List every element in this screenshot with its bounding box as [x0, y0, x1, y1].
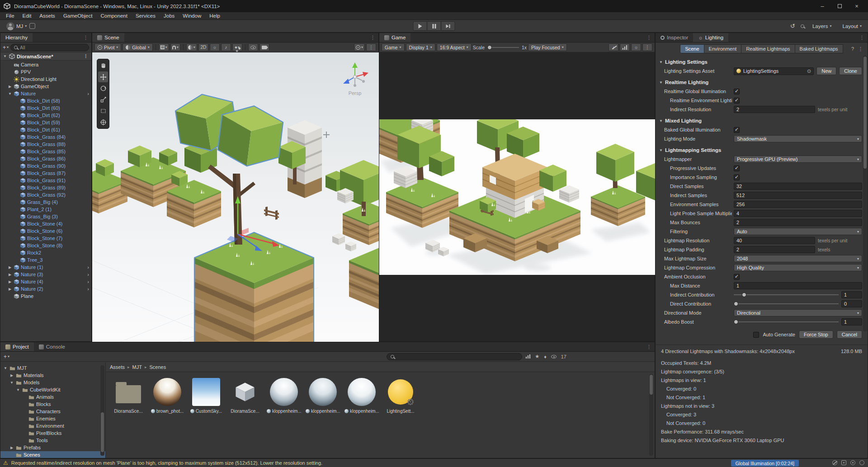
folder-row-blocks[interactable]: Blocks — [0, 401, 105, 408]
dropdown-directional-mode[interactable]: Directional▾ — [734, 309, 862, 316]
panel-menu-icon[interactable]: ⋮ — [643, 33, 655, 42]
field-light-probe-sample-multiplier[interactable]: 4 — [734, 210, 862, 217]
checkbox-importance-sampling[interactable] — [734, 175, 740, 180]
folder-row-mjt[interactable]: ▼MJT — [0, 364, 105, 372]
checkbox-realtime-global-illumination[interactable] — [734, 89, 740, 94]
foldout-closed-icon[interactable]: ▶ — [8, 280, 12, 284]
field-indirect-resolution[interactable]: 2 — [734, 106, 815, 113]
aspect-dropdown[interactable]: 16:9 Aspect▾ — [437, 43, 472, 51]
play-focused-dropdown[interactable]: Play Focused▾ — [528, 43, 567, 51]
asset-tile-lightingsett[interactable]: LightingSett... — [383, 377, 418, 414]
hierarchy-row-nature-4[interactable]: ▶Nature (4)› — [0, 278, 91, 285]
2d-toggle[interactable]: 2D — [198, 43, 208, 51]
subtab-realtime-lightmaps[interactable]: Realtime Lightmaps — [741, 44, 795, 53]
favorites-icon[interactable]: ★ — [535, 354, 539, 359]
hierarchy-row-block-stone-4[interactable]: Block_Stone (4) — [0, 220, 91, 227]
view-hand-tool-button[interactable] — [98, 60, 108, 71]
foldout-closed-icon[interactable]: ▶ — [9, 446, 14, 450]
prefab-open-arrow[interactable]: › — [87, 272, 90, 277]
hierarchy-row-directional-light[interactable]: Directional Light — [0, 75, 91, 83]
asset-tile-kloppenheim[interactable]: kloppenheim... — [306, 377, 340, 414]
gizmos-dropdown[interactable]: ▾ — [354, 43, 365, 51]
scene-options-icon[interactable]: ⋮ — [80, 53, 89, 59]
tree-scrollbar[interactable] — [100, 365, 104, 456]
menu-help[interactable]: Help — [205, 13, 224, 19]
slider-thumb[interactable] — [734, 302, 738, 306]
hidden-count-eye-icon[interactable] — [551, 355, 557, 359]
project-search-input[interactable] — [387, 353, 522, 360]
hierarchy-row-block-dirt-60[interactable]: Block_Dirt (60) — [0, 104, 91, 112]
stats-toggle[interactable] — [620, 43, 630, 51]
dropdown-filtering[interactable]: Auto▾ — [734, 228, 862, 235]
menu-services[interactable]: Services — [132, 13, 160, 19]
section-header-lighting-settings[interactable]: ▼Lighting Settings — [656, 57, 868, 66]
breadcrumb-mjt[interactable]: MJT — [132, 364, 142, 370]
field-lightmap-resolution[interactable]: 40 — [734, 237, 815, 244]
hierarchy-row-camera[interactable]: Camera — [0, 61, 91, 68]
asset-tile-kloppenheim[interactable]: kloppenheim... — [267, 377, 301, 414]
hierarchy-search-input[interactable]: All — [10, 44, 89, 51]
folder-row-enemies[interactable]: Enemies — [0, 415, 105, 422]
breadcrumb-scenes[interactable]: Scenes — [149, 364, 166, 370]
hierarchy-row-nature[interactable]: ▼Nature› — [0, 90, 91, 97]
foldout-open-icon[interactable]: ▼ — [3, 54, 7, 58]
hierarchy-row-block-grass-88[interactable]: Block_Grass (88) — [0, 141, 91, 148]
scene-viewport[interactable]: Persp — [92, 52, 379, 342]
scene-audio-toggle[interactable]: ♪ — [221, 43, 231, 51]
hierarchy-row-nature-1[interactable]: ▶Nature (1)› — [0, 264, 91, 271]
asset-tile-brown-phot[interactable]: brown_phot... — [150, 377, 184, 414]
new-button[interactable]: New — [816, 67, 836, 75]
search-icon[interactable] — [801, 24, 804, 28]
game-mode-dropdown[interactable]: Game▾ — [382, 43, 405, 51]
status-warning-text[interactable]: Requested realtime/indirect resolution o… — [11, 460, 322, 466]
menu-window[interactable]: Window — [179, 13, 205, 19]
grid-visibility-dropdown[interactable]: ▾ — [159, 43, 169, 51]
hierarchy-row-block-dirt-58[interactable]: Block_Dirt (58) — [0, 97, 91, 104]
panel-menu-icon[interactable]: ⋮ — [80, 33, 91, 42]
hierarchy-row-block-grass-90[interactable]: Block_Grass (90) — [0, 162, 91, 170]
folder-row-prefabs[interactable]: ▶Prefabs — [0, 444, 105, 451]
menu-gameobject[interactable]: GameObject — [59, 13, 97, 19]
cancel-button[interactable]: Cancel — [837, 330, 862, 339]
prefab-open-arrow[interactable]: › — [87, 279, 90, 284]
global-illumination-progress[interactable]: Global Illumination [0:02:24] — [731, 460, 799, 467]
game-overflow-menu[interactable]: ⋮ — [642, 43, 652, 51]
collab-status-icon[interactable] — [841, 460, 846, 465]
prefab-open-arrow[interactable]: › — [87, 264, 90, 270]
layers-dropdown[interactable]: Layers ▾ — [810, 22, 835, 31]
field-max-distance[interactable]: 1 — [734, 282, 862, 289]
force-stop-button[interactable]: Force Stop — [799, 330, 833, 339]
hierarchy-row-block-dirt-59[interactable]: Block_Dirt (59) — [0, 119, 91, 126]
panel-menu-icon[interactable]: ⋮ — [856, 33, 868, 42]
panel-menu-icon[interactable]: ⋮ — [367, 33, 378, 42]
auto-generate-checkbox[interactable] — [753, 332, 759, 338]
hierarchy-row-nature-3[interactable]: ▶Nature (3)› — [0, 271, 91, 278]
hierarchy-row-tree-3[interactable]: Tree_3 — [0, 256, 91, 264]
tool-handle-rotation-dropdown[interactable]: Global▾ — [123, 43, 152, 51]
scene-header-row[interactable]: ▼ DioramaScene* ⋮ — [0, 52, 91, 61]
hierarchy-row-block-grass-85[interactable]: Block_Grass (85) — [0, 148, 91, 155]
subtab-scene[interactable]: Scene — [680, 44, 704, 53]
effects-dropdown[interactable]: ▾ — [232, 43, 242, 51]
hierarchy-row-nature-2[interactable]: ▶Nature (2)› — [0, 285, 91, 292]
scene-overflow-menu[interactable]: ⋮ — [366, 43, 376, 51]
hierarchy-row-gameobject[interactable]: ▶GameObject — [0, 83, 91, 90]
field-lightmap-padding[interactable]: 2 — [734, 246, 815, 253]
assets-scrollbar[interactable] — [649, 374, 653, 456]
asset-tile-kloppenheim[interactable]: kloppenheim... — [344, 377, 379, 414]
folder-row-tools[interactable]: Tools — [0, 437, 105, 444]
camera-settings-button[interactable] — [259, 43, 269, 51]
slider-value-direct-contribution[interactable]: 0 — [841, 300, 862, 307]
foldout-open-icon[interactable]: ▼ — [8, 92, 12, 96]
rotate-tool-button[interactable] — [98, 83, 108, 94]
foldout-closed-icon[interactable]: ▶ — [8, 287, 12, 291]
undo-history-icon[interactable]: ↺ — [790, 23, 795, 29]
subtab-environment[interactable]: Environment — [704, 44, 742, 53]
tool-handle-pivot-dropdown[interactable]: Pivot▾ — [94, 43, 121, 51]
layout-dropdown[interactable]: Layout ▾ — [840, 22, 864, 31]
tab-scene[interactable]: Scene — [92, 33, 124, 42]
tab-console[interactable]: Console — [34, 342, 70, 351]
folder-row-cubeworldkit[interactable]: ▼CubeWorldKit — [0, 386, 105, 393]
scale-tool-button[interactable] — [98, 94, 108, 105]
hierarchy-row-grass-big-4[interactable]: Grass_Big (4) — [0, 198, 91, 206]
